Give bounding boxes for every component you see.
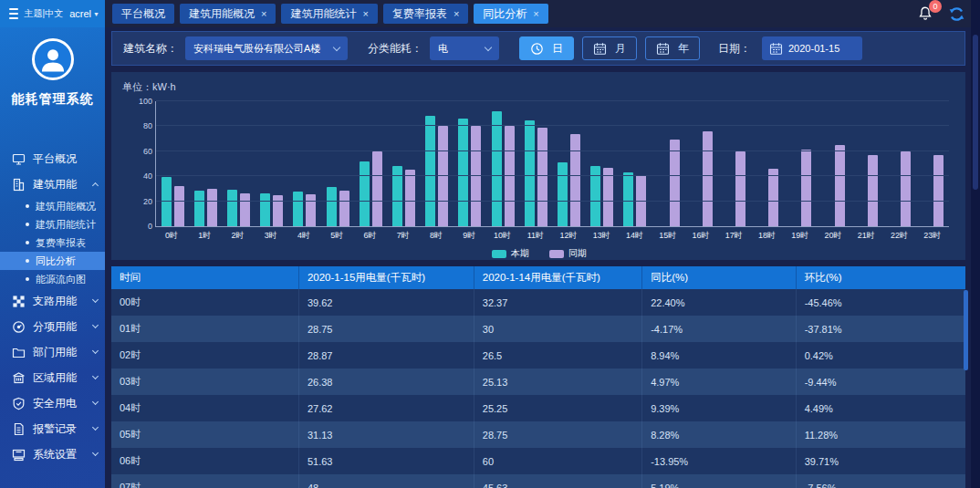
y-tick-label: 40 — [127, 171, 152, 181]
user-name: acrel — [69, 8, 91, 19]
chevron-down-icon — [485, 43, 492, 50]
bar-current — [525, 120, 535, 226]
chart-plot-area: 020406080100 — [155, 101, 949, 227]
submenu-item-rate-report[interactable]: 复费率报表 — [0, 234, 105, 252]
date-label: 日期： — [718, 41, 751, 57]
submenu-item-energy-flow-diagram[interactable]: 能源流向图 — [0, 270, 105, 288]
tab-platform-overview[interactable]: 平台概况 — [112, 4, 174, 24]
legend-item-本期[interactable]: 本期 — [492, 247, 529, 260]
y-tick-label: 100 — [127, 97, 152, 106]
tab-close-icon[interactable]: × — [454, 9, 459, 19]
energy-type-select-value: 电 — [438, 42, 480, 56]
legend-item-同期[interactable]: 同期 — [549, 247, 587, 260]
period-button-label: 日 — [552, 41, 563, 57]
period-button-day[interactable]: 日 — [519, 36, 574, 60]
bar-current — [194, 191, 204, 226]
period-button-group: 日月年 — [519, 36, 700, 60]
table-header-cell: 时间 — [111, 266, 299, 289]
refresh-icon[interactable] — [948, 5, 965, 23]
building-select[interactable]: 安科瑞电气股份有限公司A楼 — [185, 36, 348, 60]
sidebar-item-platform-overview[interactable]: 平台概况 — [0, 146, 105, 171]
tab-building-energy-stats[interactable]: 建筑用能统计× — [281, 4, 377, 24]
sidebar-item-department-energy[interactable]: 部门用能 — [0, 339, 105, 365]
bar-previous — [868, 155, 878, 226]
sidebar-item-safe-electricity[interactable]: 安全用电 — [0, 390, 105, 416]
sidebar-item-branch-energy[interactable]: 支路用能 — [0, 288, 105, 314]
x-tick-label: 0时 — [155, 230, 188, 242]
x-tick-label: 20时 — [817, 230, 850, 242]
chevron-down-icon — [92, 322, 99, 328]
tab-close-icon[interactable]: × — [362, 9, 368, 19]
page-scrollbar[interactable] — [971, 0, 980, 488]
bar-previous — [603, 168, 613, 226]
bar-previous — [207, 189, 217, 226]
bar-previous — [505, 126, 515, 226]
bar-current — [623, 172, 633, 226]
bar-group-21时 — [850, 101, 882, 226]
bar-previous — [438, 126, 448, 226]
bullet-icon — [26, 277, 29, 281]
bar-previous — [306, 194, 316, 226]
sidebar-item-alarm-records[interactable]: 报警记录 — [0, 416, 105, 441]
chevron-up-icon — [92, 182, 99, 189]
bar-group-8时 — [421, 101, 454, 226]
sidebar-item-region-energy[interactable]: 区域用能 — [0, 365, 105, 390]
period-button-month[interactable]: 月 — [582, 36, 637, 60]
period-button-year[interactable]: 年 — [645, 36, 700, 60]
tab-close-icon[interactable]: × — [533, 9, 538, 19]
avatar[interactable] — [32, 38, 74, 80]
table-row: 06时51.6360-13.95%39.71% — [111, 448, 965, 474]
tab-label: 复费率报表 — [392, 6, 447, 22]
x-tick-label: 16时 — [684, 230, 717, 242]
chart-bars — [156, 101, 949, 226]
tab-yoy-analysis[interactable]: 同比分析× — [474, 4, 547, 24]
submenu-item-building-energy-overview[interactable]: 建筑用能概况 — [0, 197, 105, 215]
table-cell: 28.87 — [299, 342, 474, 369]
shield-icon — [12, 397, 26, 410]
sidebar-item-building-energy[interactable]: 建筑用能 — [0, 171, 105, 197]
bar-group-3时 — [255, 101, 288, 226]
bar-previous — [835, 145, 845, 226]
sidebar-item-label: 建筑用能 — [33, 177, 86, 192]
table-cell: 26.38 — [299, 369, 474, 395]
notifications-button[interactable]: 0 — [917, 5, 933, 22]
sidebar-item-system-settings[interactable]: 系统设置 — [0, 441, 105, 467]
user-menu[interactable]: acrel ▼ — [69, 8, 99, 19]
caret-down-icon: ▼ — [93, 11, 99, 17]
bar-group-13时 — [586, 101, 619, 226]
tab-rate-report[interactable]: 复费率报表× — [383, 4, 468, 24]
chart-panel: 单位：kW·h 020406080100 0时1时2时3时4时5时6时7时8时9… — [111, 72, 965, 260]
x-tick-label: 19时 — [784, 230, 817, 242]
folder-icon — [12, 346, 26, 359]
tab-label: 平台概况 — [121, 6, 165, 22]
hamburger-menu-icon[interactable] — [9, 8, 18, 19]
table-cell: 39.62 — [299, 289, 474, 316]
chevron-down-icon — [92, 450, 99, 456]
x-tick-label: 12时 — [552, 230, 585, 242]
gridline — [156, 151, 949, 151]
tab-close-icon[interactable]: × — [261, 9, 266, 19]
tab-label: 建筑用能概况 — [189, 6, 255, 22]
comparison-table: 时间2020-1-15用电量(千瓦时)2020-1-14用电量(千瓦时)同比(%… — [111, 266, 965, 488]
page-scrollbar-thumb[interactable] — [973, 35, 978, 190]
calendar-icon — [593, 42, 607, 56]
table-cell: 04时 — [111, 395, 299, 421]
table-cell: -37.81% — [797, 316, 965, 342]
chevron-down-icon — [92, 399, 99, 405]
bar-group-15时 — [652, 101, 684, 226]
table-row: 05时31.1328.758.28%11.28% — [111, 421, 965, 448]
date-input[interactable]: 2020-01-15 — [762, 36, 862, 60]
theme-language-label[interactable]: 主题|中文 — [25, 7, 64, 20]
table-cell: -4.17% — [642, 316, 796, 342]
tab-building-energy-overview[interactable]: 建筑用能概况× — [180, 4, 276, 24]
energy-type-select[interactable]: 电 — [430, 36, 499, 60]
bar-group-1时 — [189, 101, 222, 226]
sidebar-item-subitem-energy[interactable]: 分项用能 — [0, 314, 105, 339]
content-scrollbar-thumb[interactable] — [964, 290, 968, 370]
bar-current — [260, 193, 270, 226]
table-row: 07时4845.635.19%-7.56% — [111, 474, 965, 488]
submenu-item-building-energy-stats[interactable]: 建筑用能统计 — [0, 215, 105, 234]
submenu-item-yoy-analysis[interactable]: 同比分析 — [0, 252, 105, 270]
x-tick-label: 23时 — [916, 230, 949, 242]
legend-swatch — [492, 250, 506, 258]
